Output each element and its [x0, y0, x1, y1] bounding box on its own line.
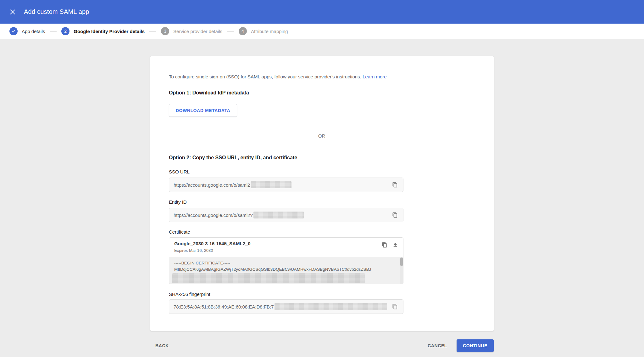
- step-label: Google Identity Provider details: [74, 29, 145, 34]
- close-button[interactable]: [6, 6, 19, 18]
- certificate-card: Google_2030-3-16-1545_SAML2_0 Expires Ma…: [169, 237, 403, 284]
- step-connector: [149, 31, 156, 31]
- redacted-text: [251, 181, 291, 188]
- divider-line: [169, 136, 314, 136]
- pem-header-line: -----BEGIN CERTIFICATE-----: [174, 260, 398, 266]
- step-number-circle: 2: [61, 27, 69, 35]
- redacted-text: [172, 273, 365, 283]
- step-connector: [50, 31, 57, 31]
- sso-url-label: SSO URL: [169, 169, 190, 174]
- learn-more-link[interactable]: Learn more: [363, 74, 387, 79]
- stepper-step-app-details[interactable]: App details: [9, 27, 45, 35]
- sha256-label: SHA-256 fingerprint: [169, 292, 210, 297]
- dialog-title: Add custom SAML app: [24, 8, 89, 15]
- back-button[interactable]: BACK: [150, 339, 174, 352]
- continue-button[interactable]: CONTINUE: [457, 339, 494, 352]
- certificate-scrollbar-thumb[interactable]: [400, 258, 403, 266]
- entity-id-value: https://accounts.google.com/o/saml2?: [174, 212, 253, 218]
- divider-line: [330, 136, 475, 136]
- step-number: 3: [164, 29, 166, 34]
- certificate-name: Google_2030-3-16-1545_SAML2_0: [174, 241, 251, 246]
- step-number-circle: 4: [239, 27, 247, 35]
- copy-icon: [392, 182, 398, 188]
- copy-icon: [392, 212, 398, 218]
- copy-certificate-button[interactable]: [379, 240, 390, 250]
- certificate-expiry: Expires Mar 16, 2030: [174, 248, 213, 253]
- or-divider: OR: [169, 133, 475, 139]
- step-label: Service provider details: [173, 29, 222, 34]
- step-label: App details: [22, 29, 45, 34]
- stepper-step-attribute-mapping: 4 Attribute mapping: [239, 27, 288, 35]
- step-label: Attribute mapping: [251, 29, 288, 34]
- add-custom-saml-app-dialog: Add custom SAML app App details 2 Google…: [0, 0, 644, 357]
- step-complete-circle: [9, 27, 18, 35]
- stepper-step-google-idp-details[interactable]: 2 Google Identity Provider details: [61, 27, 145, 35]
- pem-data-line: MIIDdjCCAl6gAwIBAgIGAZWjT2yoMA0GCSqGSIb3…: [174, 266, 398, 273]
- certificate-pem-viewer[interactable]: -----BEGIN CERTIFICATE----- MIIDdjCCAl6g…: [169, 257, 403, 284]
- cancel-button[interactable]: CANCEL: [423, 339, 452, 352]
- step-connector: [227, 31, 234, 31]
- stepper: App details 2 Google Identity Provider d…: [0, 24, 644, 39]
- copy-entity-id-button[interactable]: [390, 210, 400, 220]
- intro-text: To configure single sign-on (SSO) for SA…: [169, 74, 387, 79]
- copy-icon: [392, 304, 398, 309]
- sha256-value: 78:E3:5A:8A:51:8B:36:49:AE:60:08:EA:D8:F…: [174, 304, 274, 309]
- sha256-field[interactable]: 78:E3:5A:8A:51:8B:36:49:AE:60:08:EA:D8:F…: [169, 299, 403, 314]
- stepper-step-service-provider-details: 3 Service provider details: [161, 27, 222, 35]
- content-card: To configure single sign-on (SSO) for SA…: [150, 56, 494, 331]
- entity-id-field[interactable]: https://accounts.google.com/o/saml2?: [169, 208, 403, 222]
- step-number-circle: 3: [161, 27, 169, 35]
- option2-heading: Option 2: Copy the SSO URL, entity ID, a…: [169, 155, 297, 161]
- download-certificate-button[interactable]: [390, 240, 401, 250]
- option1-heading: Option 1: Download IdP metadata: [169, 90, 249, 96]
- certificate-scrollbar: [400, 257, 403, 284]
- copy-sha256-button[interactable]: [390, 302, 400, 312]
- step-number: 2: [64, 29, 67, 34]
- dialog-header: Add custom SAML app: [0, 0, 644, 24]
- footer-actions: BACK CANCEL CONTINUE: [150, 339, 494, 352]
- download-icon: [392, 242, 398, 248]
- certificate-label: Certificate: [169, 229, 190, 235]
- entity-id-label: Entity ID: [169, 199, 187, 205]
- intro-sentence: To configure single sign-on (SSO) for SA…: [169, 74, 361, 79]
- redacted-text: [253, 212, 304, 218]
- check-icon: [11, 29, 16, 33]
- copy-icon: [382, 242, 387, 248]
- redacted-text: [275, 303, 387, 310]
- download-metadata-button[interactable]: DOWNLOAD METADATA: [169, 104, 237, 117]
- sso-url-value: https://accounts.google.com/o/saml2: [174, 182, 250, 188]
- or-label: OR: [318, 133, 325, 139]
- step-number: 4: [242, 29, 244, 34]
- sso-url-field[interactable]: https://accounts.google.com/o/saml2: [169, 178, 403, 192]
- close-icon: [9, 8, 16, 15]
- copy-sso-url-button[interactable]: [390, 180, 400, 190]
